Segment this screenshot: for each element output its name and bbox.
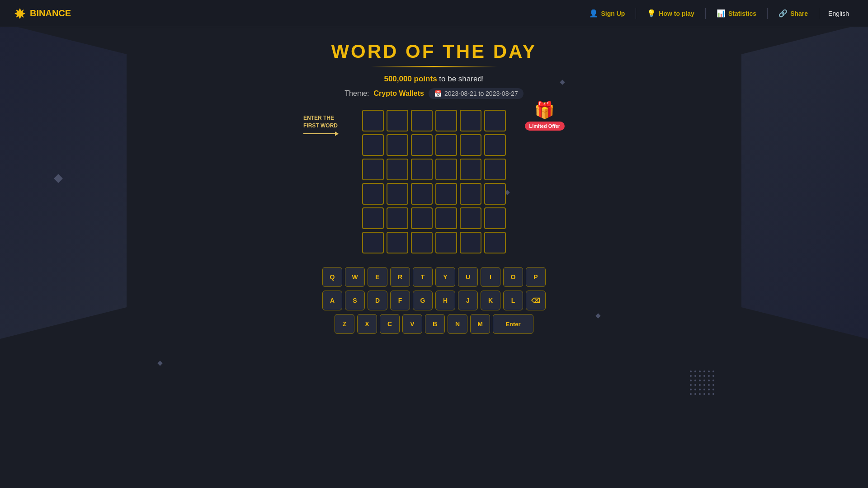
grid-cell-2-3 xyxy=(435,159,457,180)
svg-marker-0 xyxy=(14,8,25,19)
share-button[interactable]: 🔗 Share xyxy=(771,5,815,21)
decorative-dot xyxy=(708,375,710,377)
key-p[interactable]: P xyxy=(526,267,546,287)
grid-cell-3-0 xyxy=(362,183,384,205)
key-n[interactable]: N xyxy=(448,314,467,334)
key-s[interactable]: S xyxy=(345,291,365,310)
decorative-dot xyxy=(694,384,696,386)
key-o[interactable]: O xyxy=(503,267,523,287)
decorative-dot xyxy=(708,380,710,381)
decorative-dot xyxy=(712,380,714,381)
grid-cell-5-5 xyxy=(484,232,506,253)
grid-cell-4-4 xyxy=(460,207,481,229)
key-x[interactable]: X xyxy=(357,314,377,334)
grid-cell-0-5 xyxy=(484,110,506,131)
decorative-dot xyxy=(690,380,692,381)
decorative-dot xyxy=(699,371,701,372)
grid-cell-2-1 xyxy=(387,159,408,180)
key-v[interactable]: V xyxy=(402,314,422,334)
decorative-dot xyxy=(694,389,696,390)
key-u[interactable]: U xyxy=(458,267,478,287)
key-h[interactable]: H xyxy=(435,291,455,310)
key-y[interactable]: Y xyxy=(435,267,455,287)
grid-cell-1-3 xyxy=(435,134,457,156)
grid-cell-4-5 xyxy=(484,207,506,229)
hint-arrow xyxy=(303,131,339,136)
decorative-dot xyxy=(712,384,714,386)
decorative-dot xyxy=(712,371,714,372)
hint-line2: FIRST WORD xyxy=(303,122,339,130)
points-value: 500,000 points xyxy=(384,75,437,83)
key-t[interactable]: T xyxy=(413,267,433,287)
statistics-icon: 📊 xyxy=(717,9,726,18)
key-e[interactable]: E xyxy=(368,267,387,287)
hint-arrow-head xyxy=(335,131,339,136)
key-f[interactable]: F xyxy=(390,291,410,310)
key-k[interactable]: K xyxy=(481,291,500,310)
signup-button[interactable]: 👤 Sign Up xyxy=(582,5,632,21)
statistics-button[interactable]: 📊 Statistics xyxy=(709,5,764,21)
decorative-dot xyxy=(694,393,696,395)
keyboard-row-2: ZXCVBNMEnter xyxy=(335,314,533,334)
key-b[interactable]: B xyxy=(425,314,445,334)
key-i[interactable]: I xyxy=(481,267,500,287)
decorative-dot xyxy=(690,384,692,386)
grid-cell-3-3 xyxy=(435,183,457,205)
theme-line: Theme: Crypto Wallets 📅 2023-08-21 to 20… xyxy=(344,88,523,99)
points-line: 500,000 points to be shared! xyxy=(384,75,484,84)
nav-right: 👤 Sign Up 💡 How to play 📊 Statistics 🔗 S… xyxy=(582,5,854,21)
key-m[interactable]: M xyxy=(470,314,490,334)
how-to-play-icon: 💡 xyxy=(647,9,656,18)
grid-cell-5-4 xyxy=(460,232,481,253)
grid-cell-3-4 xyxy=(460,183,481,205)
decorative-dot xyxy=(708,384,710,386)
grid-cell-0-2 xyxy=(411,110,433,131)
key-a[interactable]: A xyxy=(322,291,342,310)
title-underline xyxy=(371,66,497,67)
decorative-dot xyxy=(708,393,710,395)
navbar: BINANCE 👤 Sign Up 💡 How to play 📊 Statis… xyxy=(0,0,868,27)
decorative-dot xyxy=(712,375,714,377)
grid-cell-5-2 xyxy=(411,232,433,253)
main-content: WORD OF THE DAY 500,000 points to be sha… xyxy=(0,27,868,334)
decorative-dot xyxy=(699,393,701,395)
logo[interactable]: BINANCE xyxy=(14,7,71,20)
key-c[interactable]: C xyxy=(380,314,400,334)
key-j[interactable]: J xyxy=(458,291,478,310)
limited-offer-badge[interactable]: Limited Offer xyxy=(525,122,565,131)
key-l[interactable]: L xyxy=(503,291,523,310)
keyboard-row-1: ASDFGHJKL⌫ xyxy=(322,291,546,310)
grid-cell-2-5 xyxy=(484,159,506,180)
key-enter[interactable]: Enter xyxy=(493,314,533,334)
decorative-dot xyxy=(703,389,705,390)
game-grid xyxy=(362,110,506,253)
grid-cell-5-0 xyxy=(362,232,384,253)
grid-cell-1-1 xyxy=(387,134,408,156)
nav-divider-2 xyxy=(705,8,706,19)
key-d[interactable]: D xyxy=(368,291,387,310)
key-z[interactable]: Z xyxy=(335,314,354,334)
key-w[interactable]: W xyxy=(345,267,365,287)
enter-hint: ENTER THE FIRST WORD xyxy=(303,114,339,136)
keyboard-row-0: QWERTYUIOP xyxy=(322,267,546,287)
decorative-dot xyxy=(708,389,710,390)
key-g[interactable]: G xyxy=(413,291,433,310)
calendar-icon: 📅 xyxy=(434,90,442,97)
key-q[interactable]: Q xyxy=(322,267,342,287)
logo-text: BINANCE xyxy=(30,8,71,19)
grid-cell-3-1 xyxy=(387,183,408,205)
language-selector[interactable]: English xyxy=(823,6,854,21)
grid-wrapper: ENTER THE FIRST WORD 🎁 Limited Offer xyxy=(362,110,506,253)
grid-cell-3-2 xyxy=(411,183,433,205)
how-to-play-button[interactable]: 💡 How to play xyxy=(640,5,702,21)
key-backspace[interactable]: ⌫ xyxy=(526,291,546,310)
grid-cell-5-1 xyxy=(387,232,408,253)
key-r[interactable]: R xyxy=(390,267,410,287)
decorative-dot xyxy=(694,375,696,377)
theme-label: Theme: xyxy=(344,89,369,98)
grid-cell-4-0 xyxy=(362,207,384,229)
hint-line1: ENTER THE xyxy=(303,114,339,122)
decorative-dot xyxy=(703,380,705,381)
points-suffix: to be shared! xyxy=(439,75,484,83)
decorative-dot xyxy=(699,380,701,381)
